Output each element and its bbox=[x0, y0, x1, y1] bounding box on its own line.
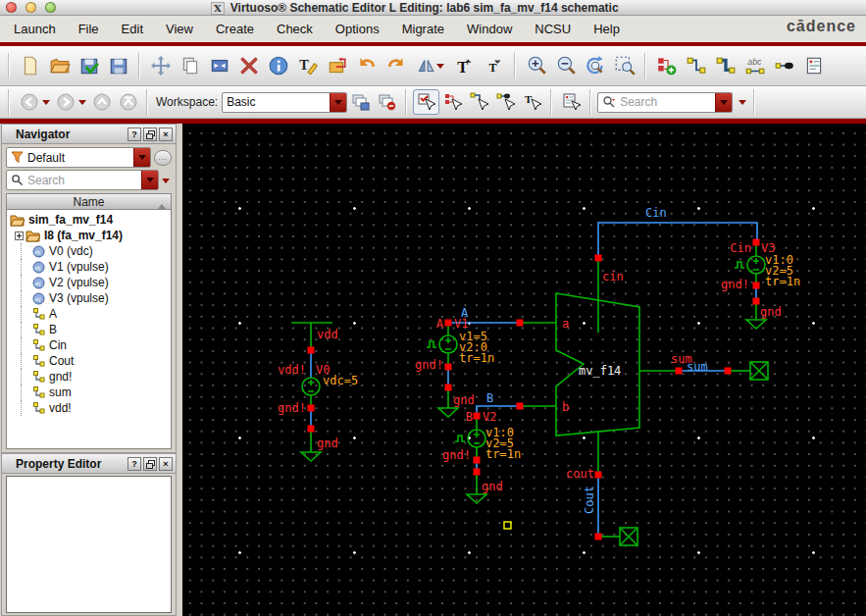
descend-button[interactable] bbox=[323, 51, 352, 80]
property-editor-content[interactable] bbox=[6, 476, 172, 613]
v3-gnd-net-label[interactable]: gnd! bbox=[721, 278, 749, 291]
create-wire-button[interactable] bbox=[682, 51, 711, 80]
instance-name-label[interactable]: mv_f14 bbox=[579, 364, 621, 378]
property-form-button[interactable] bbox=[799, 51, 829, 80]
expander-icon[interactable] bbox=[15, 231, 24, 240]
v0-ground-symbol[interactable] bbox=[301, 452, 321, 461]
junction-square[interactable] bbox=[308, 347, 315, 354]
v3-ground-symbol[interactable] bbox=[746, 320, 766, 329]
v3-net-label[interactable]: Cin bbox=[730, 241, 751, 255]
menu-file[interactable]: File bbox=[78, 22, 99, 36]
tree-item-net-a[interactable]: A bbox=[7, 306, 171, 322]
v2-net-label[interactable]: B bbox=[466, 410, 473, 424]
select-wire-button[interactable] bbox=[466, 89, 492, 115]
v3-source[interactable]: Cin V3 v1:0 v2=5 tr=1n gnd! gnd bbox=[721, 241, 800, 329]
junction-square[interactable] bbox=[725, 368, 732, 375]
v1-prop-2[interactable]: tr=1n bbox=[459, 351, 494, 365]
zoom-in-button[interactable] bbox=[522, 51, 551, 80]
v0-terminals[interactable] bbox=[291, 323, 332, 452]
workspace-combo[interactable]: Basic bbox=[222, 92, 347, 113]
property-editor-float-button[interactable] bbox=[143, 457, 157, 471]
property-editor-close-button[interactable]: × bbox=[159, 457, 173, 471]
junction-square[interactable] bbox=[595, 472, 602, 479]
zoom-area-button[interactable] bbox=[610, 51, 639, 80]
junction-square[interactable] bbox=[595, 255, 602, 262]
menu-window[interactable]: Window bbox=[467, 22, 512, 36]
v1-ground-symbol[interactable] bbox=[438, 408, 458, 417]
toolbar-search-combo[interactable]: Search bbox=[597, 92, 733, 113]
redo-button[interactable] bbox=[382, 51, 411, 80]
junction-square[interactable] bbox=[517, 320, 524, 327]
v1-net-label[interactable]: A bbox=[436, 317, 444, 331]
schematic-canvas[interactable]: mv_f14 a b cin cout sum Cin A B sum Cout bbox=[182, 124, 866, 616]
junction-square[interactable] bbox=[445, 385, 452, 391]
tree-item-v0[interactable]: obj V0 (vdc) bbox=[7, 243, 171, 259]
junction-square[interactable] bbox=[517, 403, 524, 410]
create-instance-button[interactable] bbox=[652, 51, 682, 80]
tree-item-net-cin[interactable]: Cin bbox=[7, 337, 171, 353]
forward-button[interactable] bbox=[52, 89, 78, 115]
junction-square[interactable] bbox=[753, 239, 760, 246]
navigator-title-bar[interactable]: Navigator ? × bbox=[2, 125, 176, 144]
v1-gnd-net-label[interactable]: gnd! bbox=[415, 358, 443, 372]
tree-item-net-b[interactable]: B bbox=[7, 322, 171, 337]
up-button[interactable] bbox=[88, 89, 115, 115]
junction-square[interactable] bbox=[474, 413, 481, 420]
pin-a-label[interactable]: a bbox=[562, 317, 569, 331]
tree-item-cellview[interactable]: sim_fa_mv_f14 bbox=[7, 212, 171, 228]
zoom-out-button[interactable] bbox=[551, 51, 581, 80]
junction-square[interactable] bbox=[445, 364, 452, 371]
tree-item-net-cout[interactable]: Cout bbox=[7, 353, 171, 369]
schematic-drawing[interactable]: mv_f14 a b cin cout sum Cin A B sum Cout bbox=[182, 124, 866, 616]
navigator-name-column-header[interactable]: Name bbox=[6, 193, 172, 210]
navigator-close-button[interactable]: × bbox=[159, 128, 173, 141]
font-shrink-button[interactable]: T bbox=[480, 51, 509, 80]
cin-net-label[interactable]: Cin bbox=[645, 206, 667, 220]
search-options-caret[interactable] bbox=[739, 100, 746, 109]
delete-button[interactable] bbox=[234, 51, 264, 80]
new-file-button[interactable] bbox=[16, 51, 45, 80]
tree-item-instance[interactable]: I8 (fa_mv_f14) bbox=[7, 228, 171, 243]
navigator-help-button[interactable]: ? bbox=[127, 128, 141, 141]
menu-check[interactable]: Check bbox=[277, 22, 313, 36]
v0-vdd-rail-label[interactable]: vdd bbox=[317, 328, 338, 341]
tree-item-net-gnd[interactable]: gnd! bbox=[7, 369, 171, 385]
junction-square[interactable] bbox=[595, 534, 602, 540]
v0-prop-vdc[interactable]: vdc=5 bbox=[323, 374, 358, 387]
menu-view[interactable]: View bbox=[166, 22, 193, 36]
junction-square[interactable] bbox=[676, 368, 683, 375]
property-editor-help-button[interactable]: ? bbox=[127, 457, 141, 471]
navigator-float-button[interactable] bbox=[143, 128, 157, 141]
v3-prop-2[interactable]: tr=1n bbox=[765, 275, 800, 288]
junction-square[interactable] bbox=[308, 426, 315, 433]
tree-item-v3[interactable]: obj V3 (vpulse) bbox=[7, 290, 171, 306]
minimize-window-button[interactable] bbox=[25, 2, 36, 13]
junction-square[interactable] bbox=[445, 320, 452, 327]
zoom-window-button[interactable] bbox=[45, 2, 56, 13]
create-wire-name-button[interactable]: abc bbox=[740, 51, 770, 80]
menu-ncsu[interactable]: NCSU bbox=[535, 22, 571, 36]
menu-migrate[interactable]: Migrate bbox=[402, 22, 444, 36]
junction-square[interactable] bbox=[753, 298, 760, 305]
v2-gnd-net-label[interactable]: gnd! bbox=[442, 448, 471, 462]
query-properties-button[interactable] bbox=[558, 89, 585, 115]
stretch-button[interactable] bbox=[205, 51, 234, 80]
select-pin-button[interactable] bbox=[492, 89, 519, 115]
top-button[interactable] bbox=[115, 89, 141, 115]
b-net-label[interactable]: B bbox=[486, 391, 493, 405]
close-window-button[interactable] bbox=[6, 2, 17, 13]
menu-edit[interactable]: Edit bbox=[122, 22, 143, 36]
v1-name-label[interactable]: V1 bbox=[454, 317, 468, 331]
font-enlarge-button[interactable]: T bbox=[450, 51, 480, 80]
tree-item-v2[interactable]: obj V2 (vpulse) bbox=[7, 275, 171, 290]
sum-net[interactable]: sum bbox=[679, 360, 768, 380]
select-label-button[interactable]: T bbox=[519, 89, 545, 115]
cout-net[interactable]: Cout bbox=[583, 475, 637, 545]
v2-ground-symbol[interactable] bbox=[467, 494, 486, 503]
v0-gnd-label[interactable]: gnd bbox=[317, 436, 338, 450]
navigator-search-dropdown[interactable] bbox=[141, 171, 158, 189]
property-editor-title-bar[interactable]: Property Editor ? × bbox=[2, 454, 176, 474]
workspace-revert-button[interactable] bbox=[374, 89, 400, 115]
menu-create[interactable]: Create bbox=[216, 22, 254, 36]
rotate-button[interactable] bbox=[411, 51, 450, 80]
